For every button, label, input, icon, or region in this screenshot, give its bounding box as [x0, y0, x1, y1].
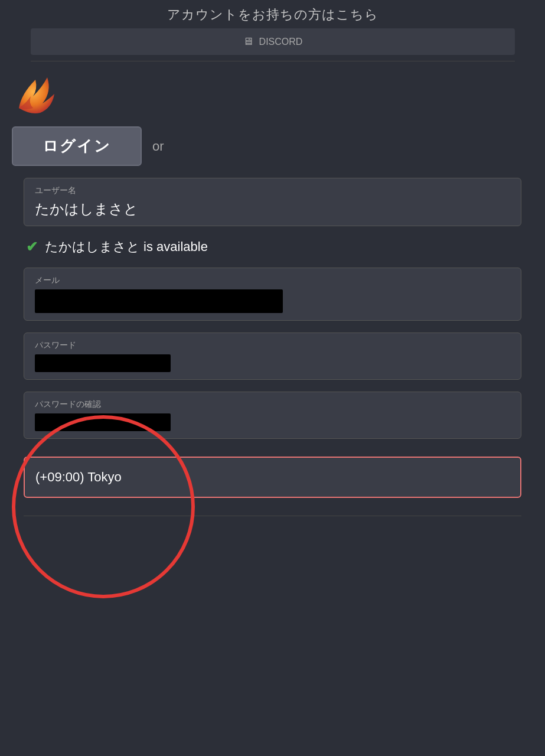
password-group: パスワード — [24, 333, 521, 380]
password-confirm-label: パスワードの確認 — [35, 399, 510, 410]
email-field-container[interactable]: メール — [24, 268, 521, 321]
password-confirm-field-container[interactable]: パスワードの確認 — [24, 392, 521, 439]
check-icon: ✔ — [26, 239, 38, 255]
password-confirm-masked — [35, 413, 171, 431]
email-group: メール — [24, 268, 521, 321]
discord-button-label: DISCORD — [259, 37, 303, 47]
password-field-container[interactable]: パスワード — [24, 333, 521, 380]
discord-icon: 🖥 — [243, 35, 253, 48]
username-field-container[interactable]: ユーザー名 たかはしまさと — [24, 178, 521, 226]
timezone-group: (+09:00) Tokyo — [24, 457, 521, 498]
username-value: たかはしまさと — [35, 201, 138, 217]
login-button[interactable]: ログイン — [12, 126, 142, 166]
password-confirm-group: パスワードの確認 — [24, 392, 521, 439]
availability-row: ✔ たかはしまさと is available — [24, 238, 521, 256]
app-logo — [12, 70, 59, 118]
availability-text: たかはしまさと is available — [45, 238, 208, 256]
username-group: ユーザー名 たかはしまさと — [24, 178, 521, 226]
password-masked — [35, 354, 171, 372]
top-divider — [31, 61, 515, 61]
timezone-field-container[interactable]: (+09:00) Tokyo — [24, 457, 521, 498]
logo-area — [0, 61, 545, 126]
timezone-value: (+09:00) Tokyo — [35, 470, 122, 484]
password-label: パスワード — [35, 340, 510, 351]
discord-button[interactable]: 🖥 DISCORD — [31, 28, 515, 55]
bottom-divider — [24, 516, 521, 516]
email-masked — [35, 289, 283, 313]
login-row: ログイン or — [0, 126, 545, 166]
top-title: アカウントをお持ちの方はこちら — [167, 6, 378, 24]
or-separator: or — [152, 139, 164, 154]
circle-highlight — [12, 415, 195, 598]
username-label: ユーザー名 — [35, 185, 510, 196]
main-content: ユーザー名 たかはしまさと ✔ たかはしまさと is available メール… — [0, 178, 545, 516]
email-label: メール — [35, 275, 510, 286]
